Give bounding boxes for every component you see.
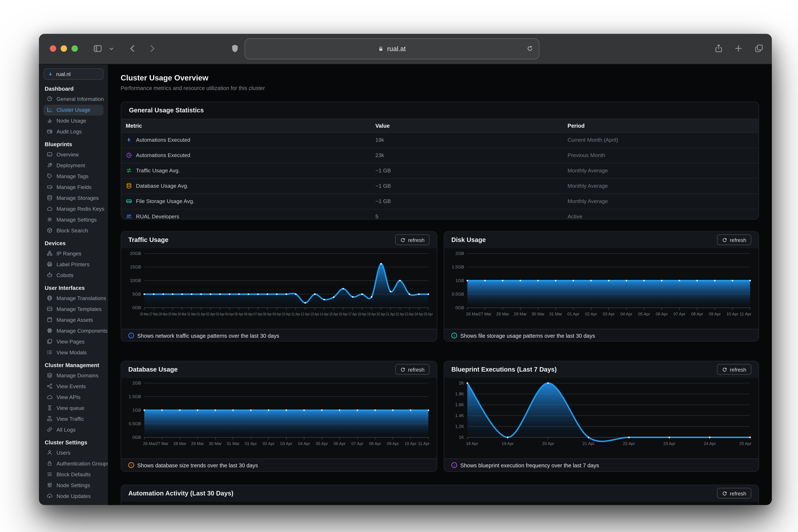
- tab-overview-button[interactable]: [754, 44, 763, 53]
- svg-text:12 Apr: 12 Apr: [301, 311, 310, 316]
- chart-footnote: Shows file storage usage patterns over t…: [460, 332, 595, 339]
- sidebar-item-manage-redis-keys[interactable]: Manage Redis Keys: [43, 203, 103, 214]
- refresh-button[interactable]: refresh: [717, 488, 752, 499]
- minimize-button[interactable]: [61, 45, 67, 52]
- refresh-button[interactable]: refresh: [395, 234, 430, 245]
- sidebar-item-label: View Modals: [57, 349, 87, 356]
- share-button[interactable]: [714, 44, 723, 53]
- automation-activity-card: Automation Activity (Last 30 Days) refre…: [121, 484, 759, 505]
- sidebar-item-manage-assets[interactable]: Manage Assets: [43, 315, 103, 325]
- sidebar-section-title: Cluster Management: [45, 362, 103, 368]
- svg-text:09 Apr: 09 Apr: [387, 441, 399, 445]
- sidebar-item-node-updates[interactable]: Node Updates: [43, 491, 103, 501]
- sidebar-toggle-button[interactable]: [93, 44, 102, 53]
- sidebar-item-label: View Events: [57, 383, 86, 390]
- svg-text:31 Mar: 31 Mar: [549, 311, 562, 316]
- address-bar[interactable]: rual.at: [245, 38, 539, 59]
- sidebar-item-view-events[interactable]: View Events: [43, 381, 103, 392]
- sidebar-item-label: Node Usage: [57, 117, 86, 124]
- svg-text:29 Mar: 29 Mar: [514, 311, 527, 316]
- sidebar-item-overview[interactable]: Overview: [43, 149, 103, 160]
- blueprint-executions-chart: 1K1.2K1.4K1.6K1.8K2K18 Apr19 Apr20 Apr21…: [444, 378, 758, 458]
- router-icon: [46, 416, 53, 422]
- sidebar-item-deployment[interactable]: Deployment: [43, 160, 103, 171]
- refresh-button[interactable]: refresh: [717, 364, 752, 375]
- close-button[interactable]: [50, 45, 56, 52]
- sidebar-item-label: Node Updates: [57, 493, 91, 499]
- sidebar-item-all-logs[interactable]: All Logs: [43, 424, 103, 435]
- sidebar-item-manage-fields[interactable]: Manage Fields: [43, 182, 103, 192]
- info-icon: i: [451, 462, 457, 468]
- svg-text:08 Apr: 08 Apr: [369, 441, 381, 445]
- sidebar-item-audit-logs[interactable]: Audit Logs: [43, 126, 103, 137]
- sidebar-item-label: Manage Domains: [57, 372, 98, 379]
- chevron-down-icon[interactable]: [109, 46, 114, 51]
- rocket-icon: [46, 162, 53, 168]
- svg-text:10 Apr: 10 Apr: [726, 311, 739, 316]
- sidebar: rual.nl DashboardGeneral InformationClus…: [39, 64, 108, 505]
- audit-log-icon: [46, 129, 53, 135]
- sidebar-item-label: Label Printers: [57, 261, 90, 267]
- page-subtitle: Performance metrics and resource utiliza…: [121, 84, 759, 91]
- sidebar-item-label: Overview: [57, 151, 79, 158]
- forward-button[interactable]: [148, 44, 156, 53]
- refresh-button[interactable]: refresh: [717, 234, 752, 245]
- sidebar-item-label-printers[interactable]: Label Printers: [43, 259, 103, 270]
- sidebar-item-manage-domains[interactable]: Manage Domains: [43, 370, 103, 381]
- svg-text:13 Apr: 13 Apr: [310, 311, 319, 316]
- sidebar-item-cobots[interactable]: Cobots: [43, 270, 103, 281]
- sidebar-item-node-usage[interactable]: Node Usage: [43, 115, 103, 126]
- sidebar-item-block-search[interactable]: Block Search: [43, 225, 103, 236]
- general-usage-statistics-card: General Usage Statistics Metric Value Pe…: [121, 101, 759, 219]
- sidebar-item-manage-templates[interactable]: Manage Templates: [43, 304, 103, 315]
- sidebar-item-cluster-usage[interactable]: Cluster Usage: [43, 104, 103, 115]
- svg-text:24 Apr: 24 Apr: [415, 311, 423, 316]
- sidebar-item-manage-tags[interactable]: Manage Tags: [43, 171, 103, 182]
- svg-text:1.6K: 1.6K: [455, 402, 464, 407]
- database-icon: [126, 183, 132, 189]
- sidebar-item-label: Deployment: [57, 162, 85, 169]
- domain-label: rual.nl: [56, 71, 71, 77]
- sidebar-item-manage-translations[interactable]: Manage Translations: [43, 293, 103, 304]
- back-button[interactable]: [128, 44, 137, 53]
- sidebar-item-node-settings[interactable]: Node Settings: [43, 480, 103, 491]
- database-usage-card: Database Usage refresh 0GB0.5GB1GB1.5GB2…: [121, 360, 437, 472]
- sidebar-section-title: Devices: [45, 240, 103, 246]
- sidebar-item-view-modals[interactable]: View Modals: [43, 347, 103, 358]
- sidebar-item-general-information[interactable]: General Information: [43, 94, 103, 104]
- sidebar-item-block-defaults[interactable]: Block Defaults: [43, 469, 103, 480]
- sidebar-item-ip-ranges[interactable]: IP Ranges: [43, 248, 103, 259]
- new-tab-button[interactable]: [734, 44, 743, 53]
- svg-text:22 Apr: 22 Apr: [623, 441, 635, 445]
- chart-title: Traffic Usage: [128, 236, 168, 243]
- sidebar-section-title: User Interfaces: [45, 284, 103, 291]
- svg-text:03 Apr: 03 Apr: [280, 441, 292, 445]
- sidebar-item-view-queue[interactable]: View queue: [43, 402, 103, 413]
- traffic-usage-card: Traffic Usage refresh 0GB5GB10GB15GB20GB…: [121, 231, 437, 341]
- reload-button[interactable]: [527, 45, 533, 52]
- sidebar-item-manage-storages[interactable]: Manage Storages: [43, 192, 103, 203]
- refresh-button[interactable]: refresh: [395, 364, 430, 375]
- sidebar-item-manage-settings[interactable]: Manage Settings: [43, 214, 103, 225]
- sidebar-section-title: Dashboard: [45, 85, 103, 92]
- metric-period: Monthly Average: [568, 198, 758, 204]
- sidebar-item-manage-components[interactable]: Manage Components: [43, 325, 103, 336]
- domain-selector[interactable]: rual.nl: [43, 68, 103, 79]
- lock-icon: [46, 460, 53, 467]
- svg-text:20 Apr: 20 Apr: [377, 311, 385, 316]
- metric-value: 5: [375, 213, 568, 219]
- sidebar-item-label: Cobots: [57, 272, 73, 278]
- zoom-button[interactable]: [72, 45, 78, 52]
- sidebar-item-view-pages[interactable]: View Pages: [43, 336, 103, 347]
- sidebar-item-view-apis[interactable]: View APIs: [43, 392, 103, 402]
- sidebar-item-authentication-groups[interactable]: Authentication Groups: [43, 458, 103, 469]
- svg-text:26 Mar: 26 Mar: [143, 441, 156, 445]
- sidebar-item-users[interactable]: Users: [43, 447, 103, 458]
- browser-toolbar: rual.at: [39, 34, 772, 64]
- privacy-shield-icon[interactable]: [230, 44, 240, 53]
- sidebar-item-label: Manage Components: [57, 327, 108, 334]
- sidebar-item-view-traffic[interactable]: View Traffic: [43, 413, 103, 424]
- card-title: General Usage Statistics: [129, 107, 204, 114]
- svg-text:30 Mar: 30 Mar: [178, 311, 187, 316]
- column-header-value: Value: [375, 122, 568, 129]
